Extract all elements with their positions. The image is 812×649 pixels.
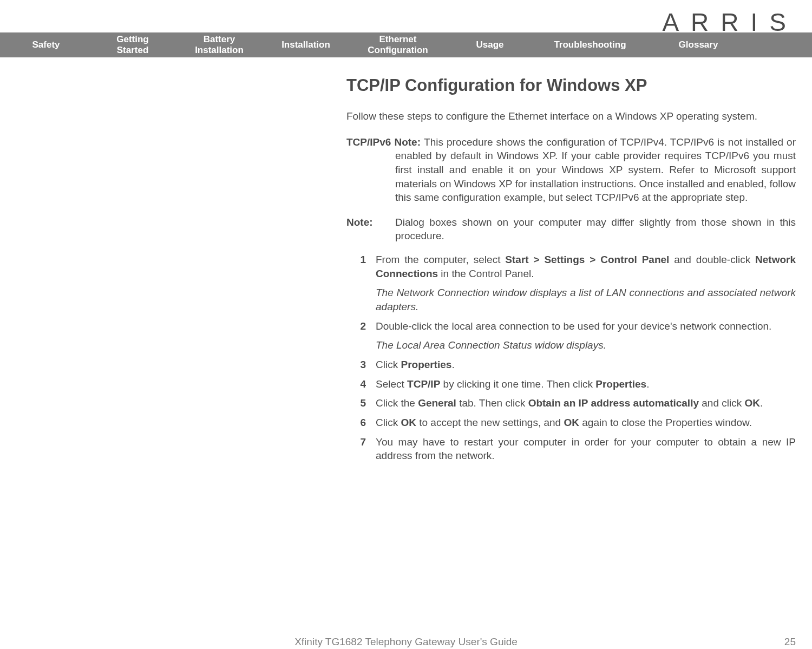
step-6: 6 Click OK to accept the new settings, a… bbox=[346, 416, 796, 430]
tcpipv6-note-label: TCP/IPv6 Note: bbox=[346, 136, 424, 148]
step-body: From the computer, select Start > Settin… bbox=[376, 253, 796, 314]
nav-troubleshooting[interactable]: Troubleshooting bbox=[531, 40, 650, 50]
nav-battery-installation[interactable]: Battery Installation bbox=[173, 34, 265, 56]
step-2: 2 Double-click the local area connection… bbox=[346, 319, 796, 352]
step-body: Select TCP/IP by clicking it one time. T… bbox=[376, 377, 796, 391]
nav-getting-started-l2: Started bbox=[117, 45, 149, 55]
step-number: 6 bbox=[346, 416, 376, 430]
intro-paragraph: Follow these steps to configure the Ethe… bbox=[346, 109, 796, 123]
step-body: Click OK to accept the new settings, and… bbox=[376, 416, 796, 430]
step-number: 4 bbox=[346, 377, 376, 391]
top-nav: Safety Getting Started Battery Installat… bbox=[0, 32, 812, 57]
nav-getting-started-l1: Getting bbox=[116, 34, 149, 44]
step-result: The Network Connection window displays a… bbox=[376, 286, 796, 313]
tcpipv6-note-body: This procedure shows the configuration o… bbox=[395, 136, 796, 204]
step-result: The Local Area Connection Status widow d… bbox=[376, 338, 796, 352]
general-note-label: Note: bbox=[346, 215, 395, 243]
nav-installation[interactable]: Installation bbox=[265, 40, 346, 50]
nav-glossary[interactable]: Glossary bbox=[650, 40, 747, 50]
general-note: Note: Dialog boxes shown on your compute… bbox=[346, 215, 796, 243]
step-1: 1 From the computer, select Start > Sett… bbox=[346, 253, 796, 314]
step-3: 3 Click Properties. bbox=[346, 358, 796, 372]
step-body: Double-click the local area connection t… bbox=[376, 319, 796, 352]
nav-ethernet-configuration[interactable]: Ethernet Configuration bbox=[346, 34, 449, 56]
step-number: 3 bbox=[346, 358, 376, 372]
footer-doc-title: Xfinity TG1682 Telephony Gateway User's … bbox=[0, 636, 812, 648]
nav-ethernet-l2: Configuration bbox=[368, 45, 428, 55]
step-body: You may have to restart your computer in… bbox=[376, 435, 796, 463]
step-number: 5 bbox=[346, 396, 376, 410]
footer-page-number: 25 bbox=[784, 636, 796, 648]
nav-safety[interactable]: Safety bbox=[0, 40, 92, 50]
nav-battery-l1: Battery bbox=[204, 34, 235, 44]
step-4: 4 Select TCP/IP by clicking it one time.… bbox=[346, 377, 796, 391]
step-7: 7 You may have to restart your computer … bbox=[346, 435, 796, 463]
page-heading: TCP/IP Configuration for Windows XP bbox=[346, 76, 796, 95]
nav-battery-l2: Installation bbox=[195, 45, 244, 55]
step-body: Click Properties. bbox=[376, 358, 796, 372]
step-number: 2 bbox=[346, 319, 376, 352]
step-body: Click the General tab. Then click Obtain… bbox=[376, 396, 796, 410]
content-area: TCP/IP Configuration for Windows XP Foll… bbox=[346, 76, 796, 468]
nav-ethernet-l1: Ethernet bbox=[379, 34, 417, 44]
step-list: 1 From the computer, select Start > Sett… bbox=[346, 253, 796, 463]
step-number: 7 bbox=[346, 435, 376, 463]
general-note-body: Dialog boxes shown on your computer may … bbox=[395, 215, 796, 243]
step-number: 1 bbox=[346, 253, 376, 314]
tcpipv6-note: TCP/IPv6 Note: This procedure shows the … bbox=[346, 135, 796, 205]
nav-usage[interactable]: Usage bbox=[449, 40, 531, 50]
nav-getting-started[interactable]: Getting Started bbox=[92, 34, 173, 56]
step-5: 5 Click the General tab. Then click Obta… bbox=[346, 396, 796, 410]
